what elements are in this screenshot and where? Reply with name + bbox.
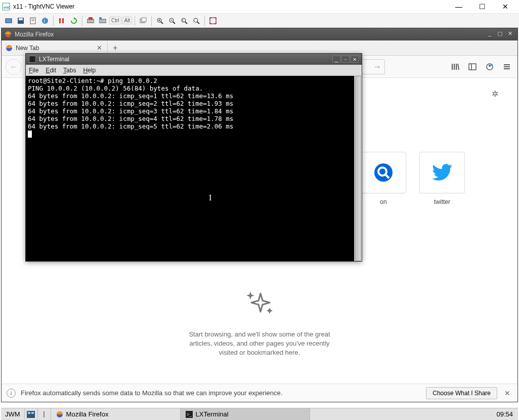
svg-point-48	[374, 163, 393, 182]
taskbar: JWM Mozilla Firefox >_ LXTerminal 09:54	[1, 408, 518, 420]
vnc-ctrlesc-icon[interactable]	[97, 15, 108, 26]
term-close-button[interactable]: ✕	[351, 56, 359, 63]
taskbar-item-lxterminal[interactable]: >_ LXTerminal	[181, 408, 310, 420]
library-icon[interactable]	[449, 60, 462, 73]
svg-rect-13	[87, 19, 94, 23]
terminal-scrollbar[interactable]	[354, 76, 362, 261]
svg-rect-14	[89, 17, 93, 20]
highlights-text: visited or bookmarked here.	[181, 348, 338, 357]
infobar-message: Firefox automatically sends some data to…	[21, 389, 421, 397]
svg-rect-15	[99, 19, 106, 23]
lxterminal-menubar: File Edit Tabs Help	[26, 65, 362, 76]
svg-rect-4	[19, 18, 23, 20]
terminal-icon: >_	[186, 411, 193, 418]
vnc-fullscreen-icon[interactable]	[207, 15, 219, 26]
text-cursor-icon: I	[209, 193, 211, 202]
svg-point-43	[489, 65, 491, 67]
firefox-minimize-button[interactable]: _	[485, 30, 494, 38]
sidebar-icon[interactable]	[466, 60, 479, 73]
vnc-zoomout-icon[interactable]	[166, 15, 178, 26]
term-minimize-button[interactable]: _	[332, 56, 340, 63]
svg-marker-52	[246, 291, 254, 300]
vnc-info-icon[interactable]: i	[39, 15, 51, 26]
firefox-icon	[5, 31, 12, 38]
lxterminal-titlebar[interactable]: LXTerminal _ ▫ ✕	[26, 54, 362, 65]
firefox-icon	[56, 411, 63, 418]
info-icon: i	[7, 389, 16, 398]
vnc-titlebar: vnc x11 - TightVNC Viewer — ☐ ✕	[0, 0, 519, 14]
vnc-cad-icon[interactable]	[85, 15, 96, 26]
svg-text:1: 1	[182, 19, 184, 22]
terminal-icon	[29, 56, 36, 63]
highlights-text: Start browsing, and we'll show some of t…	[181, 330, 338, 339]
svg-rect-18	[142, 18, 146, 22]
vnc-close-button[interactable]: ✕	[494, 0, 517, 14]
remote-desktop: Mozilla Firefox _ ▢ ✕ New Tab ✕ + ← →	[0, 28, 519, 420]
svg-marker-53	[267, 308, 273, 314]
newtab-settings-icon[interactable]: ✲	[492, 89, 498, 99]
vnc-title: x11 - TightVNC Viewer	[13, 3, 447, 10]
menu-tabs[interactable]: Tabs	[63, 67, 76, 74]
svg-line-24	[173, 22, 175, 24]
vnc-new-connection-icon[interactable]	[3, 15, 14, 26]
highlights-text: articles, videos, and other pages you've…	[181, 339, 338, 348]
menu-icon[interactable]	[500, 60, 513, 73]
vnc-zoomin-icon[interactable]	[154, 15, 165, 26]
vnc-alt-key[interactable]: Alt	[122, 17, 133, 24]
firefox-tab-icon	[6, 45, 13, 52]
svg-rect-16	[99, 17, 102, 20]
terminal-output[interactable]: root@Site2-Client:~# ping 10.0.0.2 PING …	[26, 76, 354, 261]
terminal-body[interactable]: root@Site2-Client:~# ping 10.0.0.2 PING …	[26, 76, 362, 261]
tile-label: twitter	[419, 198, 465, 205]
vnc-zoomauto-icon[interactable]	[191, 15, 202, 26]
vnc-refresh-icon[interactable]	[68, 15, 79, 26]
taskbar-clock[interactable]: 09:54	[491, 410, 518, 418]
vnc-maximize-button[interactable]: ☐	[470, 0, 494, 14]
taskbar-item-label: Mozilla Firefox	[66, 410, 109, 418]
taskbar-item-label: LXTerminal	[196, 410, 229, 418]
menu-edit[interactable]: Edit	[46, 67, 56, 74]
taskbar-item-firefox[interactable]: Mozilla Firefox	[51, 408, 181, 420]
firefox-close-button[interactable]: ✕	[505, 30, 514, 38]
choose-what-i-share-button[interactable]: Choose What I Share	[426, 387, 497, 399]
show-desktop-icon[interactable]	[25, 408, 38, 420]
sparkle-icon	[181, 290, 338, 323]
firefox-titlebar[interactable]: Mozilla Firefox _ ▢ ✕	[2, 28, 517, 40]
svg-rect-11	[62, 18, 64, 23]
svg-line-30	[197, 22, 199, 24]
firefox-maximize-button[interactable]: ▢	[495, 30, 504, 38]
svg-point-29	[194, 18, 198, 22]
account-icon[interactable]	[483, 60, 496, 73]
firefox-tab-label: New Tab	[16, 45, 92, 52]
svg-rect-10	[59, 18, 61, 23]
back-button[interactable]: ←	[6, 59, 22, 75]
menu-help[interactable]: Help	[83, 67, 96, 74]
vnc-toolbar: i Ctrl Alt 1	[0, 14, 519, 28]
infobar-close-icon[interactable]: ✕	[502, 388, 512, 398]
tab-close-icon[interactable]: ✕	[95, 44, 103, 52]
go-arrow-icon[interactable]: →	[373, 62, 381, 71]
vnc-minimize-button[interactable]: —	[447, 0, 470, 14]
svg-rect-31	[210, 18, 216, 24]
tile-label: on	[361, 198, 406, 205]
vnc-pause-icon[interactable]	[56, 15, 67, 26]
svg-line-27	[185, 22, 187, 24]
tray-separator-icon	[38, 408, 51, 420]
term-maximize-button[interactable]: ▫	[341, 56, 350, 63]
topsite-tiles: on twitter	[361, 152, 465, 205]
svg-rect-2	[6, 19, 12, 23]
svg-marker-51	[251, 293, 270, 312]
vnc-ctrl-key[interactable]: Ctrl	[109, 17, 121, 24]
terminal-cursor	[28, 131, 32, 138]
vnc-options-icon[interactable]	[27, 15, 38, 26]
menu-file[interactable]: File	[29, 67, 38, 74]
svg-rect-40	[469, 64, 476, 70]
vnc-zoom100-icon[interactable]: 1	[179, 15, 190, 26]
vnc-save-icon[interactable]	[15, 15, 26, 26]
svg-rect-57	[44, 411, 45, 417]
topsite-tile[interactable]: twitter	[419, 152, 465, 205]
jwm-menu-button[interactable]: JWM	[1, 408, 25, 420]
vnc-transfer-icon[interactable]	[138, 15, 149, 26]
svg-rect-55	[28, 412, 30, 414]
topsite-tile[interactable]: on	[361, 152, 406, 205]
